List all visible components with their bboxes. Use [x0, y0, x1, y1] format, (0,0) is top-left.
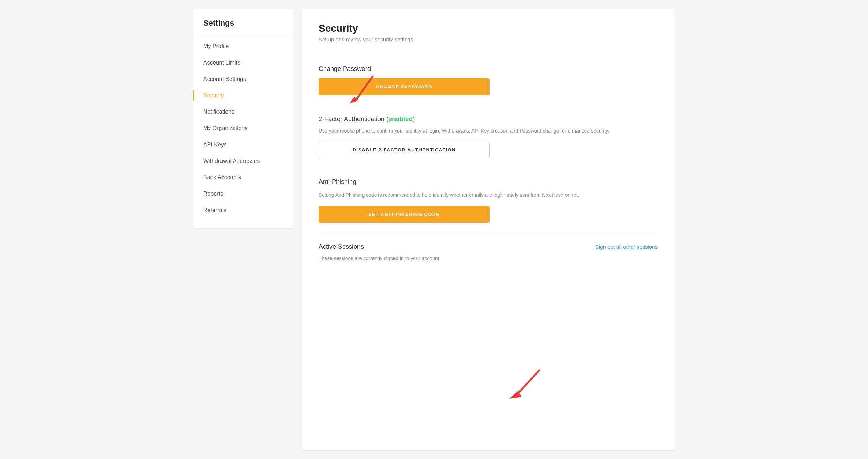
active-sessions-section: Active Sessions Sign out all other sessi…	[319, 233, 658, 279]
active-sessions-description: These sessions are currently signed in t…	[319, 255, 658, 262]
set-anti-phishing-button[interactable]: SET ANTI-PHISHING CODE	[319, 206, 490, 223]
sidebar: Settings My ProfileAccount LimitsAccount…	[193, 9, 293, 228]
svg-line-2	[516, 370, 539, 395]
sidebar-item-referrals[interactable]: Referrals	[193, 202, 293, 218]
change-password-button[interactable]: CHANGE PASSWORD	[319, 78, 490, 95]
change-password-title: Change Password	[319, 65, 658, 73]
sidebar-nav: My ProfileAccount LimitsAccount Settings…	[193, 35, 293, 218]
sessions-header: Active Sessions Sign out all other sessi…	[319, 243, 658, 251]
sidebar-item-bank-accounts[interactable]: Bank Accounts	[193, 169, 293, 186]
sidebar-item-my-organizations[interactable]: My Organizations	[193, 120, 293, 136]
sidebar-title: Settings	[193, 19, 293, 35]
sign-out-all-link[interactable]: Sign out all other sessions	[595, 244, 658, 250]
sidebar-item-account-limits[interactable]: Account Limits	[193, 55, 293, 71]
two-factor-description: Use your mobile phone to confirm your id…	[319, 127, 658, 135]
sidebar-item-security[interactable]: Security	[193, 87, 293, 104]
sidebar-item-api-keys[interactable]: API Keys	[193, 136, 293, 153]
main-content: Security Set up and review your security…	[302, 9, 675, 450]
sidebar-item-withdrawal-addresses[interactable]: Withdrawal Addresses	[193, 153, 293, 169]
svg-marker-3	[509, 391, 522, 399]
two-factor-section: 2-Factor Authentication (enabled) Use yo…	[319, 105, 658, 168]
anti-phishing-section: Anti-Phishing Setting Anti-Phishing code…	[319, 168, 658, 233]
page-subtitle: Set up and review your security settings…	[319, 36, 658, 42]
sidebar-item-notifications[interactable]: Notifications	[193, 104, 293, 120]
active-sessions-title: Active Sessions	[319, 243, 364, 251]
sidebar-item-reports[interactable]: Reports	[193, 186, 293, 202]
enabled-badge: enabled	[388, 115, 413, 123]
two-factor-title: 2-Factor Authentication (enabled)	[319, 115, 658, 123]
anti-phishing-title: Anti-Phishing	[319, 178, 658, 186]
anti-phishing-description: Setting Anti-Phishing code is recommende…	[319, 191, 658, 199]
sidebar-item-my-profile[interactable]: My Profile	[193, 38, 293, 55]
page-title: Security	[319, 23, 658, 34]
disable-2fa-button[interactable]: DISABLE 2-FACTOR AUTHENTICATION	[319, 142, 490, 158]
sidebar-item-account-settings[interactable]: Account Settings	[193, 71, 293, 87]
change-password-section: Change Password CHANGE PASSWORD	[319, 55, 658, 105]
